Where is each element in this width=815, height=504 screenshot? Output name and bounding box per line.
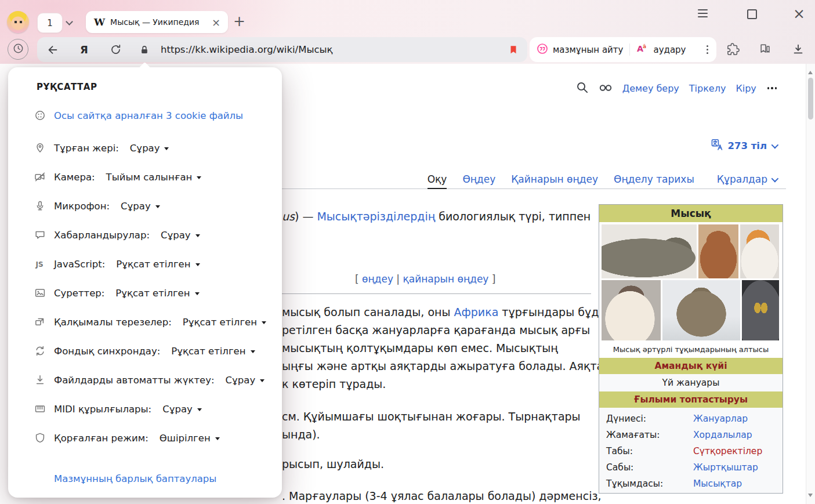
cat-photo[interactable] <box>698 224 738 278</box>
scroll-down-icon[interactable] <box>808 494 813 499</box>
permission-value-dropdown[interactable]: Сұрау <box>161 230 200 241</box>
taxonomy-value-link[interactable]: Жыртқыштар <box>693 462 758 473</box>
article-text: [ <box>355 273 362 285</box>
divider <box>629 43 630 56</box>
window-menu-icon[interactable] <box>698 9 708 17</box>
svg-text:JS: JS <box>35 260 44 269</box>
wiki-header-link[interactable]: Тіркелу <box>689 83 726 94</box>
read-aloud-button[interactable]: мазмұнын айту <box>537 43 623 57</box>
taxonomy-label: Жамағаты: <box>606 430 693 440</box>
cat-photo[interactable] <box>602 224 697 278</box>
permission-value-dropdown[interactable]: Рұқсат етілген <box>171 346 255 357</box>
permission-value-dropdown[interactable]: Тыйым салынған <box>106 172 202 183</box>
wiki-header-link[interactable]: Демеу беру <box>622 83 679 94</box>
article-link[interactable]: Африка <box>454 306 499 318</box>
translate-button[interactable]: Аā аудару <box>636 42 686 57</box>
window-maximize-icon[interactable] <box>747 9 757 19</box>
wiki-tab[interactable]: Өңдеу <box>462 173 495 189</box>
taxonomy-row: Табы:Сүтқоректілер <box>599 443 783 459</box>
window-close-icon[interactable]: × <box>793 5 805 22</box>
back-icon[interactable] <box>37 43 68 56</box>
permission-label: Камера: <box>54 172 95 183</box>
cat-photo[interactable] <box>740 224 779 278</box>
infobox-taxonomy-rows: Дүниесі:ЖануарларЖамағаты:ХордалыларТабы… <box>599 408 783 493</box>
new-tab-button[interactable]: + <box>233 13 245 30</box>
cat-photo[interactable] <box>602 280 661 340</box>
permission-value-dropdown[interactable]: Сұрау <box>162 404 202 415</box>
article-text: ында). <box>282 428 320 441</box>
javascript-icon: JS <box>34 258 46 270</box>
history-button[interactable] <box>8 39 28 60</box>
taxonomy-value-link[interactable]: Хордалылар <box>693 430 752 440</box>
yandex-icon[interactable]: Я <box>68 43 100 56</box>
cat-photo[interactable] <box>742 280 779 340</box>
permission-row: Қалқымалы терезелер:Рұқсат етілген <box>8 307 282 336</box>
appearance-icon[interactable] <box>599 80 613 96</box>
taxonomy-row: Дүниесі:Жануарлар <box>599 411 783 427</box>
article-link[interactable]: өңдеу <box>362 273 393 285</box>
wikipedia-favicon: W <box>94 16 105 28</box>
wiki-more-icon[interactable] <box>766 87 778 89</box>
permission-row: JSJavaScript:Рұқсат етілген <box>8 249 282 278</box>
taxonomy-label: Табы: <box>606 446 693 456</box>
caret-down-icon <box>197 408 202 414</box>
permission-value-dropdown[interactable]: Өшірілген <box>160 433 220 444</box>
permission-value-dropdown[interactable]: Рұқсат етілген <box>183 317 266 328</box>
caret-down-icon <box>262 321 266 327</box>
cat-photo[interactable] <box>662 280 740 340</box>
wiki-tab[interactable]: Құралдар <box>717 173 777 189</box>
permission-value-dropdown[interactable]: Сұрау <box>130 143 169 154</box>
more-options-icon[interactable] <box>707 45 709 54</box>
lock-icon[interactable] <box>131 45 158 55</box>
profile-avatar[interactable] <box>7 11 29 33</box>
permission-value-dropdown[interactable]: Сұрау <box>121 201 160 212</box>
permission-value-dropdown[interactable]: Сұрау <box>226 375 265 386</box>
bookmark-icon[interactable] <box>499 45 527 55</box>
browser-tab[interactable]: W Мысық — Уикипедия × <box>86 11 228 33</box>
permission-value-dropdown[interactable]: Рұқсат етілген <box>116 259 200 270</box>
extensions-icon[interactable] <box>727 43 740 58</box>
caret-down-icon <box>197 176 201 182</box>
address-bar[interactable]: Я https://kk.wikipedia.org/wiki/Мысық <box>37 37 527 62</box>
tab-group-chevron-icon[interactable] <box>66 18 73 26</box>
scrollbar-thumb[interactable] <box>808 78 813 119</box>
scrollbar[interactable] <box>806 64 815 504</box>
midi-icon <box>34 403 46 415</box>
scroll-up-icon[interactable] <box>808 68 813 74</box>
tab-group-count: 1 <box>47 18 53 28</box>
wiki-tab[interactable]: Қайнарын өңдеу <box>511 173 598 189</box>
all-content-settings-link[interactable]: Мазмұнның барлық баптаулары <box>54 473 282 484</box>
article-text: . Марғаулары (3-4 ұялас балалары болады)… <box>282 490 602 502</box>
search-icon[interactable] <box>575 81 589 96</box>
read-aloud-icon <box>537 43 548 57</box>
article-link[interactable]: Мысықтәрізділердің <box>317 210 435 223</box>
reload-icon[interactable] <box>100 43 131 56</box>
article-link[interactable]: қайнарын өңдеу <box>403 273 489 285</box>
taxonomy-value-link[interactable]: Жануарлар <box>693 414 748 424</box>
background-sync-icon <box>34 345 46 357</box>
infobox-images <box>599 222 783 343</box>
cookies-link[interactable]: Осы сайтқа арналған 3 cookie файлы <box>54 110 243 121</box>
permission-value-dropdown[interactable]: Рұқсат етілген <box>115 288 199 299</box>
taxonomy-row: Сабы:Жыртқыштар <box>599 459 783 476</box>
article-text: биологиялық түрі, типпен <box>435 210 591 223</box>
taxonomy-label: Дүниесі: <box>606 414 693 424</box>
toolbar-actions: мазмұнын айту Аā аудару <box>530 37 716 62</box>
cookie-icon <box>34 110 46 121</box>
taxonomy-value-link[interactable]: Сүтқоректілер <box>693 446 762 456</box>
collections-icon[interactable] <box>759 43 771 58</box>
wiki-tab[interactable]: Оқу <box>428 173 447 189</box>
article-text: мысық болып саналады, оны <box>282 306 454 318</box>
downloads-icon[interactable] <box>792 43 805 58</box>
taxonomy-label: Тұқымдасы: <box>606 478 693 489</box>
language-selector[interactable]: 273 тіл <box>711 139 777 153</box>
taxonomy-value-link[interactable]: Мысықтар <box>693 478 742 489</box>
taxonomy-header: Ғылыми топтастыруы <box>599 391 783 408</box>
permission-label: Тұрған жері: <box>54 143 119 154</box>
tab-group-chip[interactable]: 1 <box>37 13 63 33</box>
permission-row: Файлдарды автоматты жүктеу:Сұрау <box>8 365 282 394</box>
wiki-header-link[interactable]: Кіру <box>736 83 756 94</box>
article-text: ) — <box>295 210 317 223</box>
tab-close-icon[interactable]: × <box>210 16 222 28</box>
wiki-tab[interactable]: Өңделу тарихы <box>614 173 694 189</box>
